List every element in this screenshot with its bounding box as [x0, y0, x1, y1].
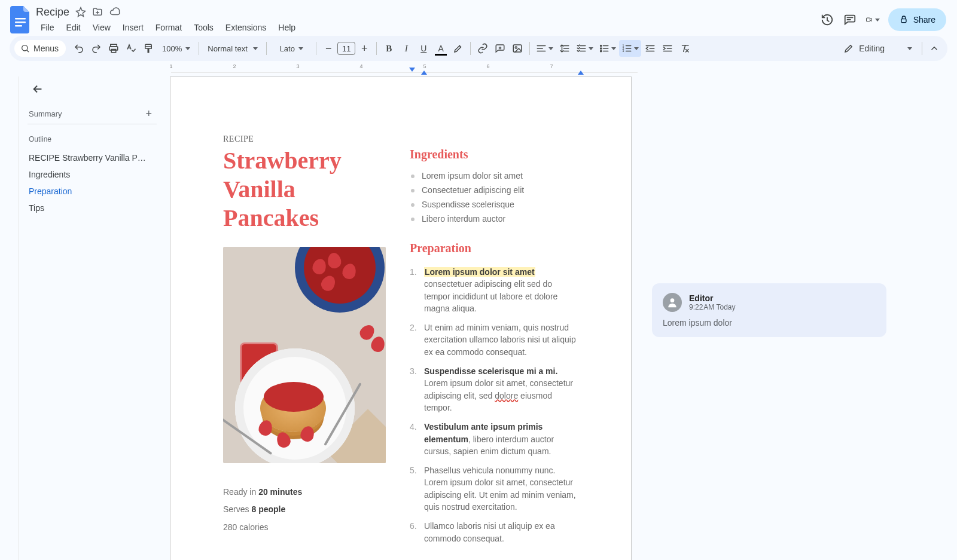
docs-logo[interactable] [6, 4, 36, 33]
menu-file[interactable]: File [36, 22, 59, 33]
comment-body: Lorem ipsum dolor [663, 318, 876, 328]
preparation-list: Lorem ipsum dolor sit amet consectetuer … [410, 262, 578, 548]
svg-rect-2 [15, 25, 22, 27]
menu-bar: File Edit View Insert Format Tools Exten… [36, 20, 820, 35]
menu-extensions[interactable]: Extensions [221, 22, 271, 33]
clear-formatting-button[interactable] [676, 40, 693, 57]
add-summary-button[interactable]: + [145, 108, 152, 120]
italic-button[interactable]: I [398, 40, 415, 57]
ingredients-heading: Ingredients [410, 148, 578, 161]
paint-format-button[interactable] [140, 40, 157, 57]
avatar [663, 293, 682, 312]
svg-point-5 [22, 45, 28, 51]
list-item: Phasellus vehicula nonummy nunc. Lorem i… [410, 461, 578, 516]
add-comment-button[interactable] [492, 40, 508, 57]
comment-time: 9:22 AM Today [689, 303, 736, 311]
history-icon[interactable] [820, 13, 834, 27]
meet-icon[interactable] [865, 13, 880, 27]
editing-mode-select[interactable]: Editing [837, 43, 918, 54]
zoom-select[interactable]: 100% [157, 40, 195, 57]
star-icon[interactable] [75, 7, 86, 17]
share-label: Share [913, 15, 935, 25]
increase-indent-button[interactable] [659, 40, 676, 57]
menu-tools[interactable]: Tools [189, 22, 218, 33]
menu-help[interactable]: Help [273, 22, 300, 33]
ingredients-list: Lorem ipsum dolor sit amet Consectetuer … [410, 169, 578, 226]
svg-rect-0 [15, 18, 26, 20]
doc-title[interactable]: Recipe [36, 6, 69, 19]
bold-button[interactable]: B [380, 40, 397, 57]
insert-image-button[interactable] [509, 40, 526, 57]
share-button[interactable]: Share [888, 8, 946, 31]
cloud-status-icon[interactable] [109, 7, 121, 17]
svg-rect-9 [514, 45, 522, 52]
list-item: Lorem ipsum dolor sit amet [410, 169, 578, 183]
print-button[interactable] [105, 40, 122, 57]
bulleted-list-button[interactable] [596, 40, 618, 57]
redo-button[interactable] [88, 40, 105, 57]
recipe-title: Strawberry Vanilla Pancakes [223, 146, 386, 232]
collapse-toolbar-button[interactable] [926, 40, 943, 57]
font-size-increase[interactable]: + [356, 40, 373, 57]
svg-point-10 [516, 47, 517, 48]
preparation-heading: Preparation [410, 241, 578, 255]
paragraph-style-select[interactable]: Normal text [203, 40, 263, 57]
align-button[interactable] [534, 40, 556, 57]
list-item: Libero interdum auctor [410, 212, 578, 226]
outline-item-title[interactable]: RECIPE Strawberry Vanilla Panc... [28, 149, 147, 166]
menu-format[interactable]: Format [151, 22, 187, 33]
document-page[interactable]: RECIPE Strawberry Vanilla Pancakes [170, 76, 632, 560]
ruler-first-line-indent[interactable] [409, 68, 415, 72]
list-item: Suspendisse scelerisque [410, 197, 578, 212]
svg-point-12 [601, 48, 602, 49]
app-header: Recipe File Edit View Insert Format Tool… [0, 0, 957, 36]
svg-point-17 [670, 298, 675, 302]
font-size-decrease[interactable]: − [320, 40, 337, 57]
checklist-button[interactable] [574, 40, 596, 57]
recipe-facts: Ready in 20 minutes Serves 8 people 280 … [223, 484, 386, 536]
recipe-overline: RECIPE [223, 134, 386, 144]
text-color-button[interactable]: A [432, 40, 449, 57]
insert-link-button[interactable] [474, 40, 491, 57]
list-item: Vestibulum ante ipsum primis elementum, … [410, 417, 578, 461]
svg-rect-1 [15, 22, 26, 23]
comment-author: Editor [689, 293, 736, 303]
svg-text:3: 3 [623, 49, 624, 53]
summary-label: Summary [29, 109, 62, 118]
underline-button[interactable]: U [415, 40, 432, 57]
svg-rect-4 [901, 19, 906, 23]
horizontal-ruler[interactable]: /* decorative ticks skipped */ 1 2 3 4 5… [171, 63, 638, 73]
font-size-input[interactable]: 11 [337, 42, 355, 55]
search-menus[interactable]: Menus [14, 40, 66, 57]
list-item: Ut enim ad minim veniam, quis nostrud ex… [410, 318, 578, 362]
move-icon[interactable] [92, 7, 103, 17]
spellcheck-button[interactable] [123, 40, 139, 57]
recipe-hero-image [223, 247, 386, 463]
undo-button[interactable] [71, 40, 87, 57]
outline-panel: Summary + Outline RECIPE Strawberry Vani… [19, 73, 161, 559]
font-family-select[interactable]: Lato [270, 40, 312, 57]
numbered-list-button[interactable]: 123 [619, 40, 641, 57]
svg-rect-3 [866, 18, 870, 22]
outline-item-preparation[interactable]: Preparation [28, 183, 147, 200]
close-outline-button[interactable] [28, 79, 48, 99]
highlight-color-button[interactable] [450, 40, 467, 57]
menu-insert[interactable]: Insert [118, 22, 148, 33]
outline-item-ingredients[interactable]: Ingredients [28, 166, 147, 183]
vertical-ruler[interactable] [10, 76, 19, 560]
menu-edit[interactable]: Edit [62, 22, 86, 33]
svg-point-13 [601, 50, 602, 51]
svg-point-11 [601, 45, 602, 46]
toolbar: Menus 100% Normal text Lato − 11 + B I U… [10, 36, 947, 61]
line-spacing-button[interactable] [556, 40, 573, 57]
outline-heading: Outline [28, 135, 161, 143]
menu-view[interactable]: View [88, 22, 115, 33]
list-item: Consectetuer adipiscing elit [410, 183, 578, 197]
menus-label: Menus [33, 44, 59, 53]
comment-card[interactable]: Editor 9:22 AM Today Lorem ipsum dolor [652, 283, 886, 337]
list-item: Ullamco laboris nisi ut aliquip ex ea co… [410, 516, 578, 548]
list-item: Suspendisse scelerisque mi a mi. Lorem i… [410, 362, 578, 417]
comments-icon[interactable] [843, 13, 857, 27]
outline-item-tips[interactable]: Tips [28, 200, 147, 216]
decrease-indent-button[interactable] [642, 40, 659, 57]
